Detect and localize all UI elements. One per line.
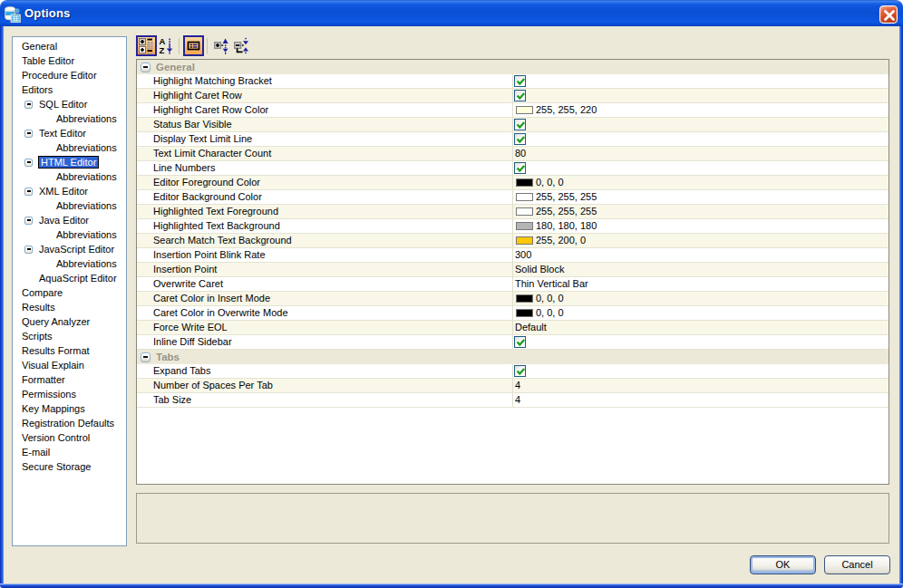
svg-text:Z: Z [160, 45, 165, 55]
